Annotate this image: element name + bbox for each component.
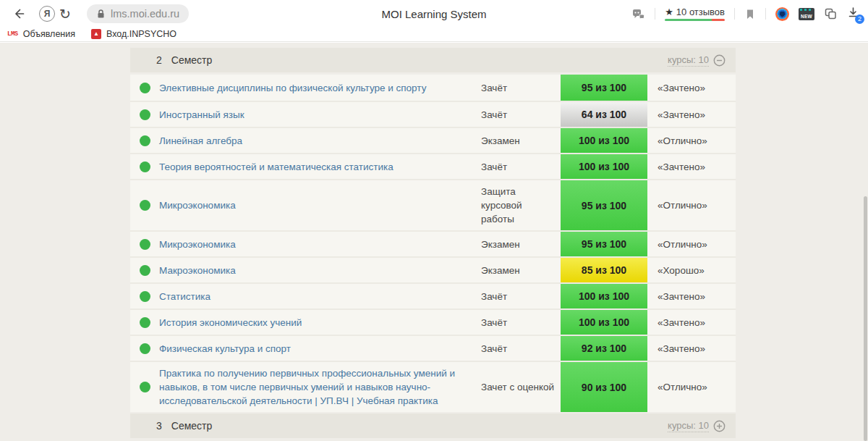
status-dot-icon [140,239,150,250]
course-link[interactable]: Микроэкономика [159,238,481,251]
status-dot-cell [130,343,159,354]
status-dot-cell [130,317,159,328]
status-dot-icon [140,83,150,93]
table-row: Физическая культура и спорт Зачёт 92 из … [130,335,736,361]
semester-number: 3 [156,420,162,432]
status-dot-icon [140,200,150,211]
toolbar-right-group: ★ 10 отзывов NEW 2 [626,7,859,22]
refresh-icon: ↻ [59,7,71,21]
grade-text: «Зачтено» [647,109,736,120]
site-reviews-button[interactable]: ★ 10 отзывов [665,7,725,21]
status-dot-cell [130,161,159,172]
yandex-logo-icon[interactable]: Я [39,6,55,22]
extension-icon[interactable] [775,7,789,21]
courses-count-link[interactable]: курсы: 10 [668,54,709,67]
course-link[interactable]: Физическая культура и спорт [159,342,481,356]
course-link[interactable]: Практика по получению первичных професси… [159,366,481,408]
vertical-scrollbar[interactable] [864,196,867,441]
reviews-label: 10 отзывов [676,7,725,17]
status-dot-icon [140,265,150,276]
status-dot-icon [140,317,150,328]
reviews-rating-bar [665,19,725,21]
assessment-type: Экзамен [481,134,561,148]
grade-text: «Отлично» [647,200,736,211]
browser-toolbar: Я ↻ lms.moi.edu.ru MOI Learning System ★… [0,0,868,28]
bookmark-item-inpsycho[interactable]: ▲ Вход.INPSYCHO [91,29,176,39]
collapse-semester-button[interactable] [713,54,726,67]
courses-count-link[interactable]: курсы: 10 [668,420,709,432]
new-badge: NEW [801,14,812,20]
bookmark-item-announcements[interactable]: LMS Объявления [7,29,75,39]
semester-table: 2 Семестр курсы: 10 Элективные дисциплин… [130,48,736,438]
grade-text: «Зачтено» [647,291,736,302]
toolbar-separator [734,8,735,20]
assessment-type: Защита курсовой работы [481,185,561,226]
downloads-button[interactable]: 2 [847,7,859,22]
back-button[interactable] [9,4,29,24]
status-dot-icon [140,161,150,172]
course-link[interactable]: Макроэкономика [159,264,481,277]
score-badge: 100 из 100 [561,284,647,308]
assessment-type: Зачёт [481,316,561,329]
assessment-type: Зачёт [481,290,561,303]
table-row: Линейная алгебра Экзамен 100 из 100 «Отл… [130,127,736,153]
score-badge: 95 из 100 [561,75,647,101]
bookmark-flag-icon[interactable] [744,8,756,20]
tabs-icon[interactable] [824,7,838,20]
grade-text: «Зачтено» [647,83,736,93]
table-row: Практика по получению первичных професси… [130,361,736,412]
star-icon: ★ [665,7,673,17]
status-dot-cell [130,291,159,302]
minus-circle-icon [713,54,726,67]
back-arrow-icon [12,7,26,21]
course-link[interactable]: История экономических учений [159,316,481,329]
status-dot-icon [140,135,150,146]
semester-number: 2 [156,54,162,66]
score-badge: 95 из 100 [561,232,647,256]
score-badge: 95 из 100 [561,180,647,230]
toolbar-separator [655,8,655,20]
grade-text: «Отлично» [647,239,736,250]
score-badge: 100 из 100 [561,128,647,153]
status-dot-icon [140,291,150,302]
course-link[interactable]: Теория вероятностей и математическая ста… [159,160,481,174]
refresh-button[interactable]: ↻ [55,4,75,24]
grade-text: «Отлично» [647,135,736,146]
semester-2-header: 2 Семестр курсы: 10 [130,48,736,72]
site-permissions-icon[interactable] [631,8,645,20]
assessment-type: Экзамен [481,264,561,277]
status-dot-cell [130,239,159,250]
assessment-type: Зачёт [481,342,561,356]
score-badge: 100 из 100 [561,310,647,335]
assessment-type: Зачёт [481,108,561,122]
course-link[interactable]: Иностранный язык [159,108,481,122]
assessment-type: Экзамен [481,238,561,251]
grade-text: «Зачтено» [647,161,736,172]
status-dot-cell [130,382,159,392]
address-bar[interactable]: lms.moi.edu.ru [87,4,189,23]
assessment-type: Зачёт [481,81,561,95]
expand-semester-button[interactable] [713,420,726,432]
table-row: Микроэкономика Защита курсовой работы 95… [130,179,736,230]
course-link[interactable]: Микроэкономика [159,198,481,212]
status-dot-cell [130,83,159,93]
score-badge: 92 из 100 [561,336,647,361]
screenshot-tool-icon[interactable]: NEW [799,8,814,20]
screenshot-dashes-icon [800,9,813,11]
course-link[interactable]: Элективные дисциплины по физической куль… [159,81,481,95]
status-dot-icon [140,382,150,392]
status-dot-cell [130,135,159,146]
semester-label: Семестр [171,420,213,432]
status-dot-cell [130,109,159,120]
grade-text: «Отлично» [647,382,736,392]
table-row: Элективные дисциплины по физической куль… [130,75,736,101]
bookmark-label: Объявления [23,29,75,39]
grade-text: «Зачтено» [647,317,736,328]
course-link[interactable]: Статистика [159,290,481,303]
score-badge: 100 из 100 [561,154,647,179]
bookmarks-bar: LMS Объявления ▲ Вход.INPSYCHO [0,28,868,42]
assessment-type: Зачет с оценкой [481,380,561,394]
table-row: История экономических учений Зачёт 100 и… [130,308,736,335]
semester-label: Семестр [171,54,213,66]
course-link[interactable]: Линейная алгебра [159,134,481,148]
